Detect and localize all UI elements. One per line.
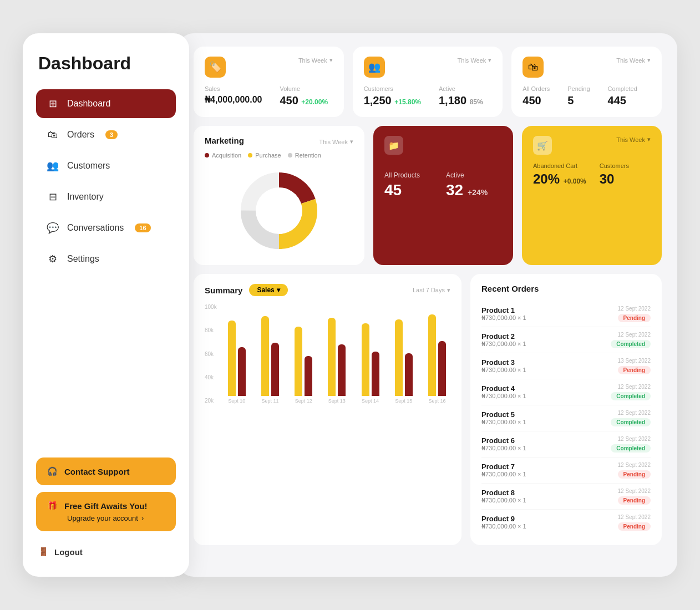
order-right: 12 Sept 2022Completed bbox=[611, 436, 651, 453]
gift-card[interactable]: 🎁 Free Gift Awaits You! Upgrade your acc… bbox=[36, 492, 176, 531]
cart-period[interactable]: This Week ▾ bbox=[616, 136, 651, 143]
chevron-down-icon: ▾ bbox=[350, 138, 353, 145]
orders-icon: 🛍 bbox=[46, 128, 59, 141]
status-badge: Pending bbox=[618, 470, 651, 479]
inventory-icon: ⊟ bbox=[46, 190, 59, 204]
status-badge: Completed bbox=[611, 418, 651, 426]
yellow-bar bbox=[328, 318, 336, 396]
red-bar bbox=[271, 343, 279, 396]
order-right: 13 Sept 2022Pending bbox=[618, 358, 651, 374]
order-price: ₦730,000.00 × 1 bbox=[481, 471, 526, 478]
customers-card-header: 👥 This Week ▾ bbox=[364, 57, 492, 78]
bar-group: Sept 15 bbox=[390, 307, 417, 404]
red-bar bbox=[305, 356, 312, 396]
bar-pair bbox=[428, 307, 446, 396]
order-name: Product 4 bbox=[481, 384, 526, 393]
customers-stat-card: 👥 This Week ▾ Customers 1,250 +15.80% bbox=[353, 47, 503, 117]
all-orders-metric: All Orders 450 bbox=[523, 85, 550, 107]
chevron-down-icon: ▾ bbox=[647, 136, 651, 143]
status-badge: Pending bbox=[618, 314, 651, 322]
order-left: Product 3₦730,000.00 × 1 bbox=[481, 358, 526, 374]
sales-period[interactable]: This Week ▾ bbox=[298, 57, 333, 64]
chevron-down-icon: ▾ bbox=[647, 57, 651, 64]
order-name: Product 2 bbox=[481, 332, 526, 340]
bar-group: Sept 13 bbox=[323, 307, 350, 404]
order-row: Product 7₦730,000.00 × 112 Sept 2022Pend… bbox=[481, 458, 651, 484]
order-row: Product 9₦730,000.00 × 112 Sept 2022Pend… bbox=[481, 510, 651, 535]
bar-chart: Sept 10Sept 11Sept 12Sept 13Sept 14Sept … bbox=[224, 304, 450, 404]
customers-count-metric: Customers 1,250 +15.80% bbox=[364, 85, 421, 107]
status-badge: Pending bbox=[618, 496, 651, 505]
conversations-badge: 16 bbox=[135, 223, 150, 232]
order-date: 13 Sept 2022 bbox=[618, 358, 651, 364]
chevron-down-icon: ▾ bbox=[447, 287, 450, 294]
products-card: 📁 All Products 45 Active 32 +24% bbox=[373, 126, 513, 265]
customers-card-icon: 👥 bbox=[364, 57, 385, 78]
orders-metrics: All Orders 450 Pending 5 Completed 445 bbox=[523, 85, 651, 107]
order-price: ₦730,000.00 × 1 bbox=[481, 367, 526, 374]
cart-header: 🛒 This Week ▾ bbox=[533, 136, 651, 155]
sidebar-item-conversations[interactable]: 💬 Conversations 16 bbox=[36, 214, 176, 242]
red-bar bbox=[438, 341, 446, 396]
donut-svg bbox=[235, 166, 323, 255]
sales-metric: Sales ₦4,000,000.00 bbox=[205, 85, 262, 107]
contact-support-button[interactable]: 🎧 Contact Support bbox=[36, 458, 176, 485]
order-name: Product 7 bbox=[481, 462, 526, 471]
orders-list: Product 1₦730,000.00 × 112 Sept 2022Pend… bbox=[481, 301, 651, 535]
yellow-bar bbox=[295, 327, 302, 396]
red-bar bbox=[372, 352, 379, 396]
order-date: 12 Sept 2022 bbox=[618, 514, 651, 520]
svg-point-4 bbox=[256, 187, 302, 234]
top-stats-grid: 🏷️ This Week ▾ Sales ₦4,000,000.00 Volum… bbox=[194, 47, 662, 117]
orders-period[interactable]: This Week ▾ bbox=[616, 57, 651, 64]
order-left: Product 8₦730,000.00 × 1 bbox=[481, 489, 526, 504]
sidebar-item-settings[interactable]: ⚙ Settings bbox=[36, 245, 176, 273]
purchase-dot bbox=[248, 153, 252, 157]
products-metrics: All Products 45 Active 32 +24% bbox=[384, 171, 502, 199]
orders-title: Recent Orders bbox=[481, 284, 651, 293]
bar-label: Sept 11 bbox=[261, 398, 278, 404]
marketing-period[interactable]: This Week ▾ bbox=[319, 138, 353, 145]
recent-orders-card: Recent Orders Product 1₦730,000.00 × 112… bbox=[470, 274, 662, 545]
order-price: ₦730,000.00 × 1 bbox=[481, 523, 526, 530]
cart-icon: 🛒 bbox=[533, 136, 552, 155]
chart-container: 100k 80k 60k 40k 20k Sept 10Sept 11Sept … bbox=[205, 304, 450, 404]
order-name: Product 6 bbox=[481, 436, 526, 445]
cart-customers-metric: Customers 30 bbox=[600, 162, 629, 187]
pending-orders-metric: Pending 5 bbox=[567, 85, 590, 107]
logout-button[interactable]: 🚪 Logout bbox=[36, 542, 176, 561]
order-left: Product 5₦730,000.00 × 1 bbox=[481, 410, 526, 426]
logout-icon: 🚪 bbox=[38, 547, 49, 557]
sales-toggle[interactable]: Sales ▾ bbox=[249, 284, 287, 296]
bar-label: Sept 10 bbox=[228, 398, 245, 404]
order-right: 12 Sept 2022Completed bbox=[611, 384, 651, 400]
red-bar bbox=[338, 344, 346, 396]
sidebar-item-dashboard[interactable]: ⊞ Dashboard bbox=[36, 89, 176, 118]
summary-header: Summary Sales ▾ Last 7 Days ▾ bbox=[205, 284, 450, 296]
gift-icon: 🎁 bbox=[47, 501, 58, 511]
sales-card-icon: 🏷️ bbox=[205, 57, 226, 78]
legend-acquisition: Acquisition bbox=[205, 152, 241, 159]
sidebar-item-inventory[interactable]: ⊟ Inventory bbox=[36, 182, 176, 211]
bar-label: Sept 13 bbox=[328, 398, 346, 404]
legend-retention: Retention bbox=[288, 152, 321, 159]
legend-purchase: Purchase bbox=[248, 152, 281, 159]
sidebar-label-conversations: Conversations bbox=[67, 223, 124, 233]
order-row: Product 3₦730,000.00 × 113 Sept 2022Pend… bbox=[481, 353, 651, 379]
period-selector[interactable]: Last 7 Days ▾ bbox=[413, 287, 450, 294]
all-products-metric: All Products 45 bbox=[384, 171, 440, 199]
order-name: Product 1 bbox=[481, 306, 526, 314]
retention-dot bbox=[288, 153, 292, 157]
bar-pair bbox=[295, 307, 312, 396]
marketing-title: Marketing bbox=[205, 136, 244, 145]
customers-period[interactable]: This Week ▾ bbox=[458, 57, 492, 64]
sidebar-item-orders[interactable]: 🛍 Orders 3 bbox=[36, 120, 176, 149]
abandoned-cart-metric: Abandoned Cart 20% +0.00% bbox=[533, 162, 586, 187]
sales-card-header: 🏷️ This Week ▾ bbox=[205, 57, 333, 78]
order-date: 12 Sept 2022 bbox=[618, 332, 651, 338]
conversations-icon: 💬 bbox=[46, 221, 59, 235]
order-row: Product 5₦730,000.00 × 112 Sept 2022Comp… bbox=[481, 405, 651, 431]
sidebar-item-customers[interactable]: 👥 Customers bbox=[36, 151, 176, 180]
bar-group: Sept 11 bbox=[257, 307, 283, 404]
bar-group: Sept 14 bbox=[357, 307, 383, 404]
